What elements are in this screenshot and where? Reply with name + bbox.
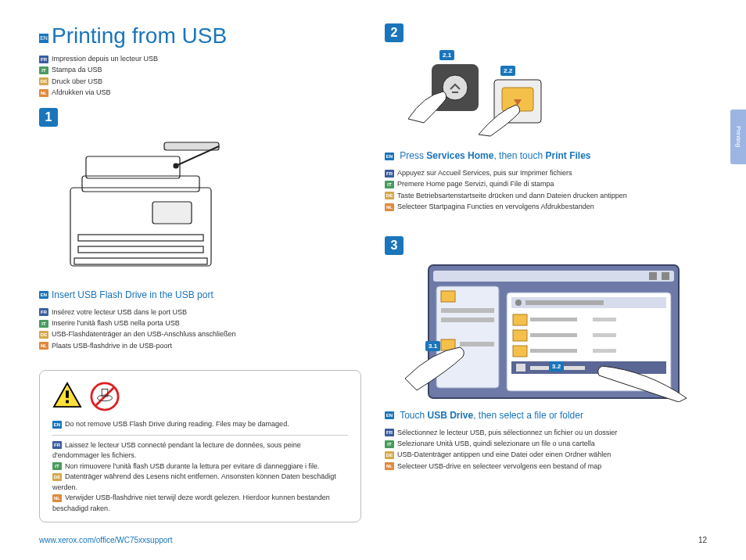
substep-2-2: 2.2	[500, 66, 515, 76]
s2-t2: , then touch	[493, 150, 545, 161]
trans-de: Druck über USB	[52, 77, 102, 85]
left-column: ENPrinting from USB FRImpression depuis …	[39, 23, 361, 522]
svg-rect-34	[513, 314, 527, 325]
flag-en-icon: EN	[39, 291, 48, 299]
warning-en: Do not remove USB Flash Drive during rea…	[65, 420, 289, 428]
svg-rect-2	[86, 156, 180, 178]
svg-rect-27	[441, 318, 494, 322]
svg-rect-41	[530, 349, 577, 353]
s1-nl: Plaats USB-flashdrive in de USB-poort	[52, 342, 172, 350]
title-text: Printing from USB	[52, 23, 227, 48]
s3-it: Selezionare Unità USB, quindi selezionar…	[397, 440, 595, 447]
s1-it: Inserire l'unità flash USB nella porta U…	[52, 319, 180, 327]
flag-de-icon: DE	[385, 451, 394, 459]
flag-en-icon: EN	[52, 421, 62, 429]
flag-it-icon: IT	[385, 181, 394, 188]
substep-3-2: 3.2	[549, 361, 564, 372]
flag-nl-icon: NL	[39, 342, 48, 350]
title-translations: FRImpression depuis un lecteur USB ITSta…	[39, 53, 361, 99]
s1-de: USB-Flashdatenträger an den USB-Anschlus…	[52, 330, 236, 338]
step-2-translations: FRAppuyez sur Accueil Services, puis sur…	[385, 167, 707, 213]
flag-de-icon: DE	[39, 77, 48, 85]
svg-point-8	[174, 163, 178, 168]
substep-2-1: 2.1	[439, 50, 454, 60]
flag-de-icon: DE	[52, 473, 62, 481]
s3-t2: , then select a file or folder	[473, 410, 583, 421]
svg-rect-40	[513, 346, 527, 357]
svg-rect-25	[441, 291, 455, 302]
step-3-title: EN Touch USB Drive, then select a file o…	[385, 410, 707, 421]
footer-url[interactable]: www.xerox.com/office/WC75xxsupport	[39, 536, 172, 544]
page-content: ENPrinting from USB FRImpression depuis …	[0, 0, 746, 538]
flag-it-icon: IT	[385, 440, 394, 448]
svg-rect-33	[525, 300, 604, 305]
flag-fr-icon: FR	[39, 56, 48, 63]
flag-en-icon: EN	[385, 411, 394, 419]
step1-title-text: Insert USB Flash Drive in the USB port	[52, 289, 213, 300]
flag-de-icon: DE	[39, 331, 48, 339]
s2-nl: Selecteer Startpagina Functies en vervol…	[397, 203, 594, 210]
warn-it: Non rimuovere l'unità flash USB durante …	[65, 462, 319, 470]
flag-en-icon: EN	[385, 153, 394, 160]
svg-rect-6	[74, 258, 207, 264]
flag-nl-icon: NL	[385, 203, 394, 211]
s2-t3: Print Files	[545, 150, 590, 161]
illustration-touch-buttons: 2.1 2.2	[385, 48, 707, 142]
s3-de: USB-Datenträger antippen und eine Datei …	[397, 451, 611, 458]
svg-rect-42	[593, 349, 616, 353]
svg-rect-38	[530, 333, 577, 337]
step-3-badge: 3	[385, 236, 403, 255]
step-1-badge: 1	[39, 108, 58, 127]
trans-it: Stampa da USB	[52, 66, 102, 74]
svg-rect-4	[78, 235, 203, 241]
page-title: ENPrinting from USB	[39, 23, 361, 48]
s1-fr: Insérez votre lecteur USB dans le port U…	[52, 308, 187, 316]
svg-rect-3	[152, 202, 192, 224]
flag-de-icon: DE	[385, 192, 394, 199]
flag-fr-icon: FR	[52, 441, 62, 449]
flag-nl-icon: NL	[39, 89, 48, 97]
trans-nl: Afdrukken via USB	[52, 88, 111, 96]
no-remove-icon	[90, 382, 120, 411]
page-footer: www.xerox.com/office/WC75xxsupport 12	[39, 536, 707, 544]
svg-rect-29	[460, 342, 494, 346]
s2-t1: Services Home	[426, 150, 493, 161]
svg-rect-36	[593, 318, 616, 321]
illustration-printer	[39, 133, 361, 282]
right-column: 2 2.1 2.2 EN Press Services Home, then t…	[385, 23, 707, 522]
flag-fr-icon: FR	[385, 170, 394, 178]
step-1-translations: FRInsérez votre lecteur USB dans le port…	[39, 307, 361, 352]
flag-it-icon: IT	[39, 66, 48, 74]
svg-rect-44	[516, 364, 525, 372]
warning-triangle-icon	[52, 382, 82, 408]
flag-nl-icon: NL	[52, 494, 62, 502]
step-1-title: ENInsert USB Flash Drive in the USB port	[39, 289, 361, 300]
warn-nl: Verwijder USB-flashdrive niet terwijl de…	[52, 494, 330, 512]
svg-rect-39	[593, 333, 616, 337]
s3-fr: Sélectionnez le lecteur USB, puis sélect…	[397, 429, 617, 436]
flag-fr-icon: FR	[39, 308, 48, 316]
step-2-badge: 2	[385, 23, 403, 42]
step-3-translations: FRSélectionnez le lecteur USB, puis séle…	[385, 427, 707, 472]
svg-rect-22	[649, 272, 657, 280]
illustration-screen-ui: 3.1 3.2	[385, 261, 707, 402]
title-flag-en: EN	[39, 34, 48, 43]
s2-t0: Press	[400, 150, 426, 161]
warning-box: ENDo not remove USB Flash Drive during r…	[39, 370, 361, 522]
s3-nl: Selecteer USB-drive en selecteer vervolg…	[397, 462, 601, 470]
step-2-title: EN Press Services Home, then touch Print…	[385, 150, 707, 161]
svg-rect-0	[70, 188, 211, 266]
s2-it: Premere Home page Servizi, quindi File d…	[397, 180, 554, 188]
svg-rect-37	[513, 330, 527, 341]
s3-t1: USB Drive	[427, 410, 473, 421]
substep-3-1: 3.1	[425, 341, 440, 351]
svg-point-32	[515, 300, 522, 306]
flag-fr-icon: FR	[385, 429, 394, 436]
flag-it-icon: IT	[52, 462, 62, 470]
svg-rect-23	[662, 272, 669, 280]
svg-rect-21	[433, 271, 674, 282]
svg-rect-7	[164, 142, 219, 150]
side-tab-printing: Printing	[730, 109, 746, 164]
s2-de: Taste Betriebsartenstartseite drücken un…	[397, 192, 627, 199]
warn-fr: Laissez le lecteur USB connecté pendant …	[52, 441, 301, 460]
